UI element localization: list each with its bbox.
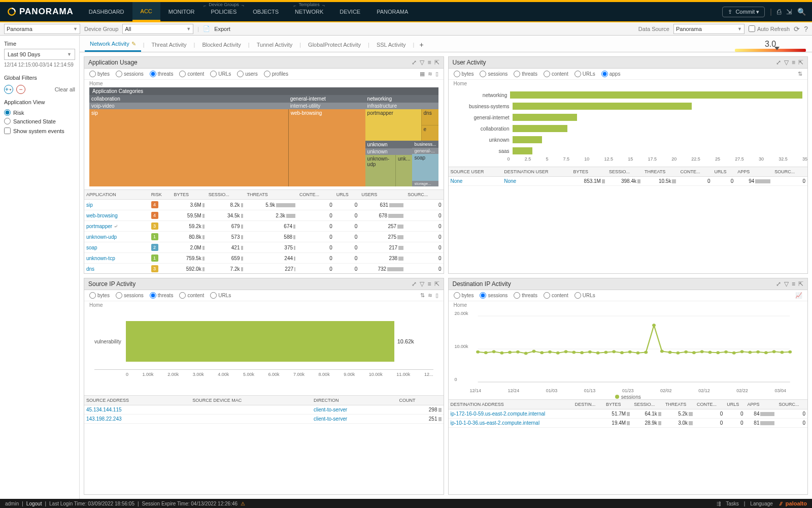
table-row[interactable]: NoneNone853.1M398.4k10.5k00940 (449, 177, 808, 186)
export-button[interactable]: Export (214, 26, 230, 32)
tab-globalprotect-activity[interactable]: GlobalProtect Activity (303, 39, 366, 51)
table-row[interactable]: 45.134.144.115client-to-server298 (84, 405, 444, 414)
radio-bytes[interactable]: bytes (454, 292, 474, 299)
table-row[interactable]: unknown-tcp 1 759.5k 659 244 00 238 0 (84, 253, 444, 264)
device-group-select[interactable]: All▼ (122, 24, 193, 34)
chart-line-icon[interactable]: ≋ (428, 292, 432, 299)
tasks-icon[interactable]: ⇶ (717, 501, 721, 506)
radio-threats[interactable]: threats (150, 292, 174, 299)
maximize-icon[interactable]: ⤢ (412, 280, 417, 288)
radio-threats[interactable]: threats (150, 71, 174, 77)
radio-urls[interactable]: URLs (210, 71, 231, 77)
radio-urls[interactable]: URLs (574, 292, 595, 299)
radio-sanctioned[interactable]: Sanctioned State (4, 118, 75, 124)
treemap[interactable]: collaboration voip-video sip general-int… (89, 95, 438, 186)
help-icon[interactable]: ? (804, 25, 808, 33)
list-icon[interactable]: ≡ (427, 280, 431, 288)
table-row[interactable]: 143.198.22.243client-to-server251 (84, 414, 444, 423)
table-row[interactable]: ip-10-1-0-36.us-east-2.compute.internal1… (449, 418, 808, 427)
tab-network-activity[interactable]: Network Activity✎ (85, 38, 141, 52)
sort-icon[interactable]: ⇅ (420, 292, 425, 299)
filter-icon[interactable]: ▽ (420, 59, 424, 66)
breadcrumb-home[interactable]: Home (84, 80, 444, 87)
chart-bar-icon[interactable]: ▯ (435, 71, 438, 77)
radio-sessions[interactable]: sessions (480, 292, 507, 299)
chart-bar-icon[interactable]: ▯ (435, 292, 438, 299)
tab-tunnel-activity[interactable]: Tunnel Activity (252, 39, 298, 51)
search-icon[interactable]: 🔍 (797, 8, 806, 16)
tab-blocked-activity[interactable]: Blocked Activity (197, 39, 246, 51)
radio-bytes[interactable]: bytes (89, 292, 110, 299)
radio-users[interactable]: users (237, 71, 257, 77)
table-row[interactable]: unknown-udp 1 80.8k 573 588 00 275 0 (84, 232, 444, 242)
nav-network[interactable]: TemplatesNETWORK (287, 2, 331, 21)
list-icon[interactable]: ≡ (792, 59, 795, 66)
language-link[interactable]: Language (750, 501, 773, 506)
commit-button[interactable]: ⇪ Commit ▾ (722, 7, 765, 17)
add-tab-button[interactable]: + (416, 41, 426, 49)
radio-content[interactable]: content (544, 292, 568, 299)
table-row[interactable]: web-browsing 4 59.5M 34.5k 2.3k 00 678 0 (84, 210, 444, 221)
radio-bytes[interactable]: bytes (89, 71, 110, 77)
tasks-link[interactable]: Tasks (726, 501, 739, 506)
nav-acc[interactable]: ACC (132, 2, 160, 21)
radio-risk[interactable]: Risk (4, 109, 75, 116)
logout-link[interactable]: Logout (26, 501, 42, 506)
maximize-icon[interactable]: ⤢ (776, 59, 781, 66)
table-row[interactable]: ip-172-16-0-59.us-east-2.compute.interna… (449, 409, 808, 418)
radio-bytes[interactable]: bytes (454, 71, 474, 77)
sort-icon[interactable]: ⇅ (798, 71, 802, 77)
table-row[interactable]: portmapper ⤶ 3 59.2k 679 674 00 257 0 (84, 221, 444, 232)
print-icon[interactable]: ⎙ (777, 8, 781, 16)
radio-urls[interactable]: URLs (210, 292, 231, 299)
list-icon[interactable]: ≡ (427, 59, 431, 66)
context-select[interactable]: Panorama▼ (4, 24, 80, 34)
clear-all-button[interactable]: Clear all (55, 86, 75, 92)
radio-profiles[interactable]: profiles (264, 71, 288, 77)
add-filter-button[interactable]: +▼ (4, 85, 13, 94)
remove-filter-button[interactable]: − (16, 85, 25, 94)
table-row[interactable]: sip 4 3.6M 8.2k 5.9k 00 631 0 (84, 200, 444, 210)
breadcrumb-home[interactable]: Home (449, 80, 808, 87)
radio-sessions[interactable]: sessions (480, 71, 507, 77)
tab-threat-activity[interactable]: Threat Activity (147, 39, 192, 51)
radio-apps[interactable]: apps (601, 71, 621, 77)
radio-urls[interactable]: URLs (574, 71, 595, 77)
popout-icon[interactable]: ⇱ (434, 280, 439, 288)
radio-sessions[interactable]: sessions (116, 292, 144, 299)
breadcrumb-home[interactable]: Home (84, 301, 444, 309)
data-source-select[interactable]: Panorama▼ (673, 24, 745, 34)
radio-content[interactable]: content (544, 71, 568, 77)
nav-device[interactable]: DEVICE (331, 2, 368, 21)
breadcrumb-home[interactable]: Home (449, 301, 808, 309)
chart-line-icon[interactable]: 📈 (795, 292, 802, 299)
nav-objects[interactable]: OBJECTS (245, 2, 287, 21)
nav-monitor[interactable]: MONITOR (160, 2, 203, 21)
list-icon[interactable]: ≡ (792, 280, 795, 288)
show-system-events[interactable]: Show system events (4, 128, 75, 134)
table-row[interactable]: soap 2 2.0M 421 375 00 217 0 (84, 242, 444, 253)
maximize-icon[interactable]: ⤢ (776, 280, 781, 288)
maximize-icon[interactable]: ⤢ (412, 59, 417, 66)
popout-icon[interactable]: ⇱ (798, 280, 803, 288)
filter-icon[interactable]: ▽ (784, 280, 789, 288)
popout-icon[interactable]: ⇱ (434, 59, 439, 66)
filter-icon[interactable]: ▽ (420, 280, 424, 288)
time-range-select[interactable]: Last 90 Days▼ (4, 49, 75, 60)
radio-sessions[interactable]: sessions (116, 71, 144, 77)
radio-threats[interactable]: threats (514, 71, 537, 77)
radio-content[interactable]: content (179, 71, 204, 77)
radio-content[interactable]: content (179, 292, 204, 299)
nav-policies[interactable]: Device GroupsPOLICIES (203, 2, 245, 21)
chart-treemap-icon[interactable]: ▦ (420, 71, 425, 77)
nav-dashboard[interactable]: DASHBOARD (81, 2, 132, 21)
popout-icon[interactable]: ⇱ (798, 59, 803, 66)
refresh-icon[interactable]: ⟳ (794, 25, 800, 33)
table-row[interactable]: dns 3 592.0k 7.2k 227 00 732 0 (84, 264, 444, 273)
auto-refresh-toggle[interactable]: Auto Refresh (749, 25, 790, 32)
radio-threats[interactable]: threats (514, 292, 537, 299)
edit-icon[interactable]: ✎ (131, 41, 136, 47)
chart-line-icon[interactable]: ≋ (428, 71, 432, 77)
export-icon[interactable]: ⇲ (786, 8, 792, 16)
nav-panorama[interactable]: PANORAMA (368, 2, 416, 21)
